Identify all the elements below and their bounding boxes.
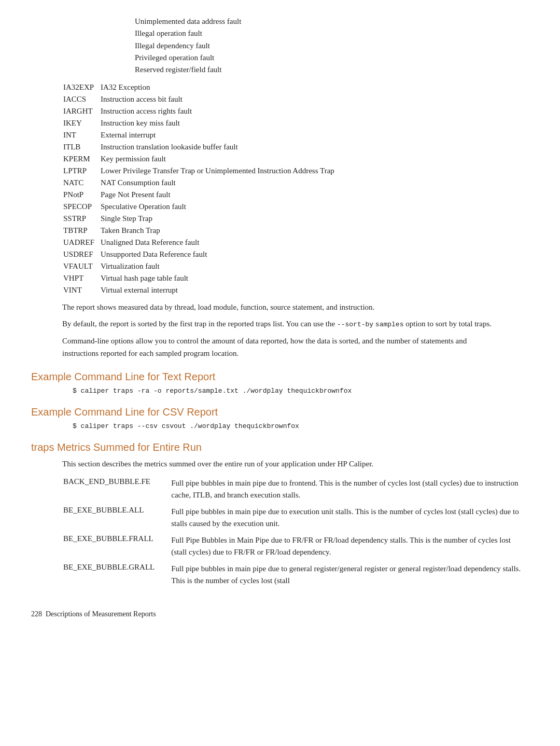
- term-def: Instruction translation lookaside buffer…: [101, 142, 528, 153]
- term-def: Key permission fault: [101, 154, 528, 164]
- metric-term: BE_EXE_BUBBLE.FRALL: [32, 532, 155, 560]
- term-row: INT External interrupt: [32, 130, 528, 141]
- term-code: IACCS: [32, 94, 100, 105]
- section2-command: $ caliper traps --csv csvout ./wordplay …: [73, 422, 529, 430]
- term-row: IACCS Instruction access bit fault: [32, 94, 528, 105]
- term-code: VINT: [32, 285, 100, 296]
- page-footer: 228 Descriptions of Measurement Reports: [31, 610, 529, 618]
- term-code: PNotP: [32, 189, 100, 200]
- prose-2: By default, the report is sorted by the …: [62, 317, 498, 330]
- term-def: Instruction key miss fault: [101, 118, 528, 129]
- fault-item-5: Reserved register/field fault: [135, 64, 529, 76]
- term-code: VHPT: [32, 273, 100, 284]
- section3-heading: traps Metrics Summed for Entire Run: [31, 441, 529, 453]
- term-def: Lower Privilege Transfer Trap or Unimple…: [101, 165, 528, 176]
- section1-heading: Example Command Line for Text Report: [31, 371, 529, 383]
- metrics-row: BE_EXE_BUBBLE.ALL Full pipe bubbles in m…: [32, 504, 528, 531]
- metric-term: BACK_END_BUBBLE.FE: [32, 475, 155, 503]
- term-row: KPERM Key permission fault: [32, 154, 528, 164]
- prose-1: The report shows measured data by thread…: [62, 301, 498, 313]
- term-def: Virtualization fault: [101, 261, 528, 272]
- metric-term: BE_EXE_BUBBLE.ALL: [32, 504, 155, 531]
- term-code: VFAULT: [32, 261, 100, 272]
- term-row: UADREF Unaligned Data Reference fault: [32, 237, 528, 248]
- fault-item-1: Unimplemented data address fault: [135, 16, 529, 27]
- term-code: INT: [32, 130, 100, 141]
- metrics-table: BACK_END_BUBBLE.FE Full pipe bubbles in …: [31, 474, 529, 589]
- fault-list: Unimplemented data address fault Illegal…: [135, 16, 529, 76]
- term-code: IKEY: [32, 118, 100, 129]
- term-code: LPTRP: [32, 165, 100, 176]
- metric-def: Full Pipe Bubbles in Main Pipe due to FR…: [156, 532, 528, 560]
- term-def: Single Step Trap: [101, 213, 528, 224]
- metric-def: Full pipe bubbles in main pipe due to ex…: [156, 504, 528, 531]
- term-def: NAT Consumption fault: [101, 177, 528, 188]
- term-code: ITLB: [32, 142, 100, 153]
- term-row: IARGHT Instruction access rights fault: [32, 106, 528, 117]
- term-row: VFAULT Virtualization fault: [32, 261, 528, 272]
- term-row: VINT Virtual external interrupt: [32, 285, 528, 296]
- fault-item-3: Illegal dependency fault: [135, 40, 529, 52]
- term-code: SSTRP: [32, 213, 100, 224]
- term-def: External interrupt: [101, 130, 528, 141]
- term-row: NATC NAT Consumption fault: [32, 177, 528, 188]
- term-row: IKEY Instruction key miss fault: [32, 118, 528, 129]
- term-def: Instruction access bit fault: [101, 94, 528, 105]
- term-row: ITLB Instruction translation lookaside b…: [32, 142, 528, 153]
- metric-def: Full pipe bubbles in main pipe due to ge…: [156, 561, 528, 588]
- prose-3: Command-line options allow you to contro…: [62, 335, 498, 360]
- term-row: SPECOP Speculative Operation fault: [32, 201, 528, 212]
- term-def: Virtual external interrupt: [101, 285, 528, 296]
- term-row: IA32EXP IA32 Exception: [32, 82, 528, 93]
- metrics-row: BACK_END_BUBBLE.FE Full pipe bubbles in …: [32, 475, 528, 503]
- term-row: SSTRP Single Step Trap: [32, 213, 528, 224]
- term-def: Speculative Operation fault: [101, 201, 528, 212]
- section2-heading: Example Command Line for CSV Report: [31, 406, 529, 418]
- term-table: IA32EXP IA32 Exception IACCS Instruction…: [31, 81, 529, 297]
- term-code: KPERM: [32, 154, 100, 164]
- section3-intro: This section describes the metrics summe…: [62, 458, 498, 470]
- term-code: IA32EXP: [32, 82, 100, 93]
- term-def: Page Not Present fault: [101, 189, 528, 200]
- term-code: NATC: [32, 177, 100, 188]
- term-def: Unaligned Data Reference fault: [101, 237, 528, 248]
- term-row: LPTRP Lower Privilege Transfer Trap or U…: [32, 165, 528, 176]
- sort-by-code: --sort-by: [337, 321, 373, 328]
- term-code: TBTRP: [32, 225, 100, 236]
- term-row: TBTRP Taken Branch Trap: [32, 225, 528, 236]
- term-def: Instruction access rights fault: [101, 106, 528, 117]
- term-code: UADREF: [32, 237, 100, 248]
- term-code: SPECOP: [32, 201, 100, 212]
- section1-command: $ caliper traps -ra -o reports/sample.tx…: [73, 387, 529, 395]
- term-def: IA32 Exception: [101, 82, 528, 93]
- term-def: Virtual hash page table fault: [101, 273, 528, 284]
- term-row: PNotP Page Not Present fault: [32, 189, 528, 200]
- term-code: IARGHT: [32, 106, 100, 117]
- term-def: Taken Branch Trap: [101, 225, 528, 236]
- term-row: USDREF Unsupported Data Reference fault: [32, 249, 528, 260]
- term-def: Unsupported Data Reference fault: [101, 249, 528, 260]
- samples-code: samples: [375, 321, 404, 328]
- metrics-row: BE_EXE_BUBBLE.FRALL Full Pipe Bubbles in…: [32, 532, 528, 560]
- fault-item-2: Illegal operation fault: [135, 27, 529, 39]
- metric-term: BE_EXE_BUBBLE.GRALL: [32, 561, 155, 588]
- metrics-row: BE_EXE_BUBBLE.GRALL Full pipe bubbles in…: [32, 561, 528, 588]
- metric-def: Full pipe bubbles in main pipe due to fr…: [156, 475, 528, 503]
- term-row: VHPT Virtual hash page table fault: [32, 273, 528, 284]
- term-code: USDREF: [32, 249, 100, 260]
- fault-item-4: Privileged operation fault: [135, 52, 529, 64]
